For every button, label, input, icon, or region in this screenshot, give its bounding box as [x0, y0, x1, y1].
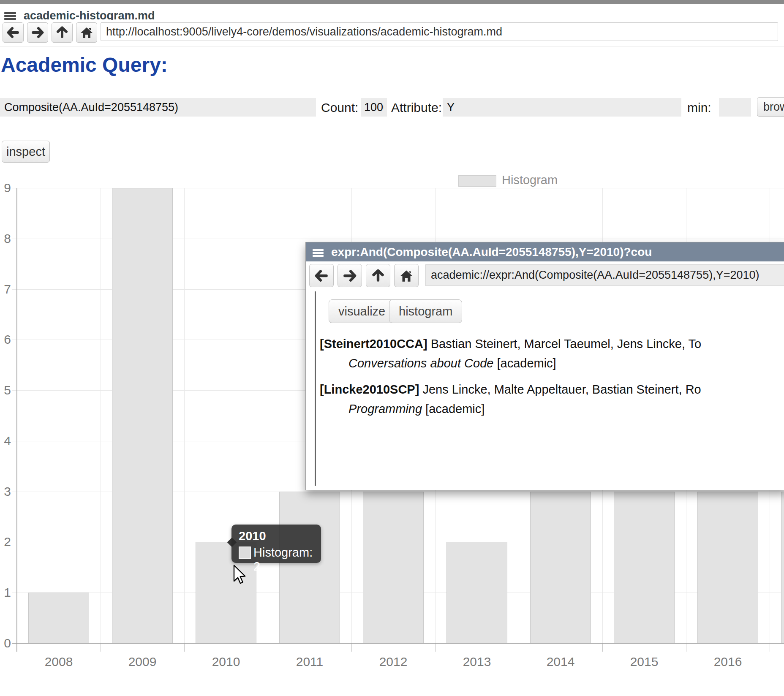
x-axis-tick [351, 643, 352, 652]
x-axis-tick [435, 643, 436, 652]
arrow-left-icon [314, 268, 329, 283]
x-axis-tick [519, 643, 519, 652]
x-axis-tick [602, 643, 603, 652]
overlay-window-title: expr:And(Composite(AA.AuId=2055148755),Y… [331, 245, 652, 259]
x-axis-tick [184, 643, 185, 652]
arrow-right-icon [342, 268, 357, 283]
top-screen-edge-strip [0, 0, 784, 4]
y-axis-tick-label: 6 [0, 332, 11, 347]
citation-key: [Lincke2010SCP] [320, 383, 419, 396]
overlay-window-titlebar[interactable]: expr:And(Composite(AA.AuId=2055148755),Y… [306, 242, 784, 261]
histogram-bar-2013[interactable] [446, 542, 507, 643]
citation-line: [Lincke2010SCP] Jens Lincke, Malte Appel… [320, 380, 784, 399]
x-axis-tick [268, 643, 268, 652]
tooltip-series-swatch-icon [239, 546, 251, 559]
overlay-browser-window: expr:And(Composite(AA.AuId=2055148755),Y… [305, 242, 784, 490]
home-icon [399, 268, 414, 283]
x-axis-tick [101, 643, 101, 652]
browser-navbar [0, 20, 784, 47]
content-vertical-rule [315, 291, 316, 486]
forward-button[interactable] [27, 22, 48, 43]
x-axis-label-2014: 2014 [519, 655, 602, 669]
overlay-url-input[interactable] [425, 264, 784, 286]
home-icon [79, 25, 94, 40]
histogram-bar-2009[interactable] [112, 188, 173, 643]
x-axis-label-2009: 2009 [101, 655, 184, 669]
x-axis-line [12, 643, 784, 644]
x-axis-label-2012: 2012 [351, 655, 435, 669]
inspect-button[interactable]: inspect [2, 141, 50, 163]
citation-list: [Steinert2010CCA] Bastian Steinert, Marc… [320, 334, 784, 425]
page-title: Academic Query: [1, 53, 168, 76]
arrow-up-icon [55, 25, 69, 40]
y-axis-tick-label: 0 [0, 636, 11, 650]
mouse-cursor-icon [233, 565, 248, 587]
citation-title: Programming [348, 402, 422, 416]
legend-swatch-icon [458, 175, 496, 187]
citation-item: [Steinert2010CCA] Bastian Steinert, Marc… [320, 334, 784, 373]
x-gridline [184, 188, 185, 643]
x-gridline [268, 188, 268, 643]
query-input[interactable] [0, 98, 316, 117]
legend-label: Histogram [502, 173, 558, 187]
count-input[interactable] [361, 98, 387, 117]
y-axis-tick-label: 1 [0, 585, 11, 600]
visualize-button[interactable]: visualize [329, 299, 395, 323]
citation-title: Conversations about Code [348, 356, 493, 370]
url-input[interactable] [101, 22, 778, 41]
back-button[interactable] [309, 264, 334, 287]
x-axis-label-2010: 2010 [184, 655, 268, 669]
citation-item: [Lincke2010SCP] Jens Lincke, Malte Appel… [320, 380, 784, 419]
histogram-bar-2014[interactable] [530, 492, 591, 643]
attribute-label: Attribute: [391, 101, 442, 115]
citation-key: [Steinert2010CCA] [320, 337, 427, 351]
chart-tooltip: 2010 Histogram: 2 [231, 525, 321, 563]
citation-authors: Jens Lincke, Malte Appeltauer, Bastian S… [419, 383, 701, 396]
back-button[interactable] [3, 22, 24, 43]
histogram-bar-2008[interactable] [28, 593, 89, 643]
histogram-bar-2016[interactable] [697, 492, 758, 643]
citation-authors: Bastian Steinert, Marcel Taeumel, Jens L… [427, 337, 702, 351]
overlay-window-content: visualize histogram [Steinert2010CCA] Ba… [306, 289, 784, 490]
arrow-up-icon [370, 268, 386, 283]
y-axis-tick-label: 7 [0, 282, 11, 296]
y-axis-line [16, 188, 17, 652]
min-input[interactable] [719, 98, 751, 117]
x-axis-tick [686, 643, 686, 652]
attribute-input[interactable] [443, 98, 681, 117]
up-button[interactable] [366, 264, 390, 287]
citation-title-line: Programming [academic] [348, 399, 784, 419]
arrow-left-icon [6, 25, 20, 40]
x-axis-label-2008: 2008 [17, 655, 101, 669]
hamburger-icon[interactable] [4, 11, 16, 21]
screen: { "browser": { "window_title": "academic… [0, 0, 784, 696]
x-axis-label-2013: 2013 [435, 655, 519, 669]
x-gridline [101, 188, 101, 643]
y-axis-tick-label: 8 [0, 231, 11, 246]
browse-button[interactable]: brow [757, 97, 784, 117]
y-axis-tick-label: 3 [0, 484, 11, 499]
forward-button[interactable] [338, 264, 362, 287]
arrow-right-icon [30, 25, 45, 40]
count-label: Count: [321, 101, 358, 115]
up-button[interactable] [52, 22, 73, 43]
citation-source-tag: [academic] [493, 356, 556, 370]
home-button[interactable] [394, 264, 419, 287]
histogram-bar-2012[interactable] [363, 492, 424, 643]
y-axis-tick-label: 4 [0, 434, 11, 448]
y-axis-tick-label: 5 [0, 383, 11, 397]
overlay-window-navbar [306, 261, 784, 289]
citation-line: [Steinert2010CCA] Bastian Steinert, Marc… [320, 334, 784, 353]
histogram-button[interactable]: histogram [389, 299, 462, 323]
home-button[interactable] [76, 22, 97, 43]
tooltip-value: Histogram: 2 [253, 546, 321, 574]
citation-source-tag: [academic] [422, 402, 485, 416]
x-axis-label-2016: 2016 [686, 655, 770, 669]
histogram-bar-partial[interactable] [781, 492, 784, 643]
histogram-bar-2015[interactable] [614, 492, 675, 643]
x-axis-label-2015: 2015 [602, 655, 686, 669]
hamburger-icon[interactable] [313, 248, 324, 258]
y-axis-tick-label: 9 [0, 181, 11, 195]
x-axis-tick [770, 643, 770, 652]
x-axis-label-2011: 2011 [268, 655, 351, 669]
